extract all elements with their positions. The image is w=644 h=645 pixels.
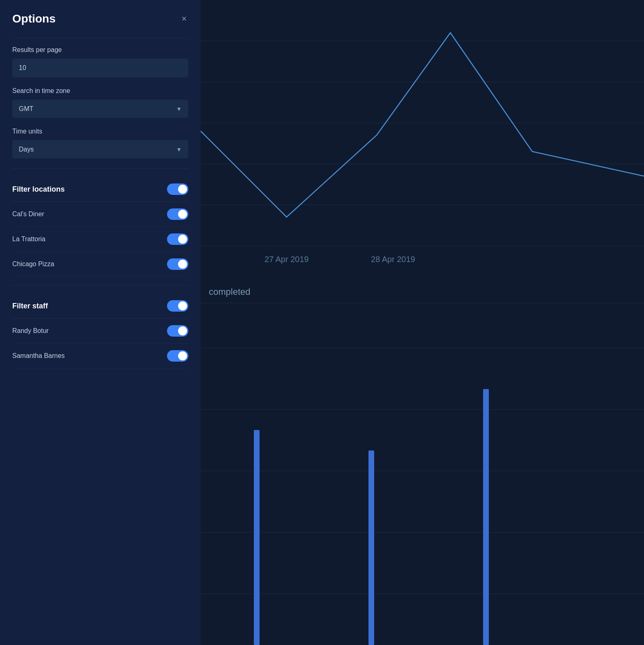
time-units-label: Time units bbox=[12, 128, 188, 135]
cals-diner-slider bbox=[167, 208, 188, 220]
cals-diner-toggle[interactable] bbox=[167, 208, 188, 220]
staff-randy-botur-label: Randy Botur bbox=[12, 327, 49, 335]
samantha-barnes-toggle[interactable] bbox=[167, 350, 188, 362]
location-chicago-pizza-label: Chicago Pizza bbox=[12, 260, 54, 268]
divider-top bbox=[12, 38, 188, 38]
results-per-page-input[interactable] bbox=[12, 59, 188, 77]
location-chicago-pizza-row: Chicago Pizza bbox=[12, 252, 188, 277]
svg-text:completed: completed bbox=[209, 287, 251, 297]
time-zone-select[interactable]: GMT EST PST UTC bbox=[12, 100, 188, 118]
results-per-page-label: Results per page bbox=[12, 46, 188, 54]
time-units-wrapper: Days Hours Weeks ▼ bbox=[12, 140, 188, 158]
filter-locations-title: Filter locations bbox=[12, 185, 65, 194]
location-cals-diner-row: Cal's Diner bbox=[12, 202, 188, 227]
filter-locations-toggle[interactable] bbox=[167, 183, 188, 195]
close-button[interactable]: × bbox=[180, 13, 188, 25]
svg-rect-17 bbox=[368, 450, 374, 645]
filter-locations-row: Filter locations bbox=[12, 177, 188, 202]
location-cals-diner-label: Cal's Diner bbox=[12, 210, 44, 218]
filter-staff-row: Filter staff bbox=[12, 294, 188, 319]
staff-samantha-barnes-label: Samantha Barnes bbox=[12, 352, 65, 360]
location-la-trattoria-label: La Trattoria bbox=[12, 235, 45, 243]
randy-botur-slider bbox=[167, 325, 188, 337]
panel-header: Options × bbox=[12, 12, 188, 25]
time-zone-section: Search in time zone GMT EST PST UTC ▼ bbox=[12, 87, 188, 118]
time-units-section: Time units Days Hours Weeks ▼ bbox=[12, 128, 188, 158]
svg-rect-16 bbox=[254, 430, 260, 645]
chicago-pizza-toggle[interactable] bbox=[167, 258, 188, 270]
svg-text:28 Apr 2019: 28 Apr 2019 bbox=[371, 255, 415, 264]
svg-text:27 Apr 2019: 27 Apr 2019 bbox=[264, 255, 309, 264]
panel-title: Options bbox=[12, 12, 56, 25]
filter-locations-slider bbox=[167, 183, 188, 195]
results-per-page-section: Results per page bbox=[12, 46, 188, 87]
time-zone-wrapper: GMT EST PST UTC ▼ bbox=[12, 100, 188, 118]
staff-samantha-barnes-row: Samantha Barnes bbox=[12, 344, 188, 369]
options-panel: Options × Results per page Search in tim… bbox=[0, 0, 201, 645]
staff-randy-botur-row: Randy Botur bbox=[12, 319, 188, 344]
filter-staff-toggle[interactable] bbox=[167, 300, 188, 312]
time-units-select[interactable]: Days Hours Weeks bbox=[12, 140, 188, 158]
location-la-trattoria-row: La Trattoria bbox=[12, 227, 188, 252]
filter-staff-slider bbox=[167, 300, 188, 312]
la-trattoria-slider bbox=[167, 233, 188, 245]
samantha-barnes-slider bbox=[167, 350, 188, 362]
randy-botur-toggle[interactable] bbox=[167, 325, 188, 337]
svg-rect-18 bbox=[483, 389, 489, 645]
time-zone-label: Search in time zone bbox=[12, 87, 188, 95]
divider-staff bbox=[12, 285, 188, 285]
filter-staff-title: Filter staff bbox=[12, 302, 48, 310]
divider-locations bbox=[12, 168, 188, 169]
la-trattoria-toggle[interactable] bbox=[167, 233, 188, 245]
chicago-pizza-slider bbox=[167, 258, 188, 270]
